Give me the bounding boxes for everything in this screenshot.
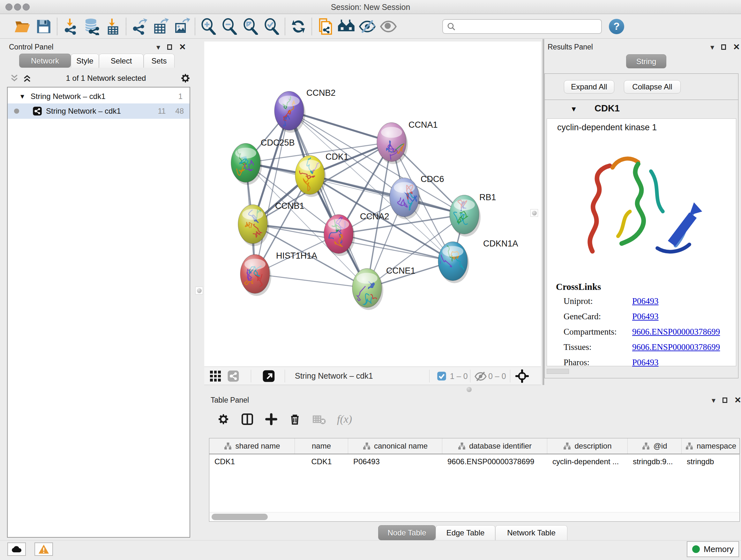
table-options-gear-icon[interactable] — [217, 413, 230, 426]
tab-network-table[interactable]: Network Table — [495, 525, 567, 540]
zoom-in-button[interactable] — [198, 17, 219, 37]
collection-expand-icon[interactable]: ▼ — [19, 93, 25, 100]
column-header[interactable]: @id — [628, 438, 682, 454]
crosslink-value-link[interactable]: 9606.ENSP00000378699 — [632, 342, 720, 352]
network-edge[interactable] — [289, 111, 367, 288]
crosshair-icon[interactable] — [515, 369, 529, 383]
refresh-view-button[interactable] — [288, 17, 309, 37]
tab-sets[interactable]: Sets — [144, 54, 175, 68]
crosslink-label: Compartments: — [563, 327, 632, 337]
thumbnail-grid-icon[interactable] — [210, 371, 221, 381]
tab-style[interactable]: Style — [71, 54, 99, 68]
splitter-handle[interactable] — [530, 209, 538, 217]
close-panel-icon[interactable]: ✕ — [179, 42, 186, 52]
save-session-button[interactable] — [33, 17, 54, 37]
first-neighbors-button[interactable] — [336, 17, 357, 37]
splitter-handle[interactable] — [195, 287, 203, 294]
tab-node-table[interactable]: Node Table — [378, 525, 435, 540]
export-table-button[interactable] — [150, 17, 171, 37]
export-image-button[interactable] — [171, 17, 192, 37]
main-toolbar: ? — [0, 14, 741, 39]
crosslink-value-link[interactable]: P06493 — [632, 312, 659, 321]
shared-column-icon — [642, 442, 650, 450]
table-cell[interactable]: cyclin-dependent ... — [547, 454, 628, 469]
save-floppy-icon — [36, 18, 52, 35]
tab-string[interactable]: String — [626, 54, 666, 68]
collapse-all-button[interactable]: Collapse All — [624, 80, 681, 94]
hide-selected-button[interactable] — [357, 17, 378, 37]
column-header[interactable]: description — [547, 438, 628, 454]
import-network-database-button[interactable] — [81, 17, 102, 37]
crosslink-value-link[interactable]: P06493 — [632, 296, 659, 306]
column-header[interactable]: namespace — [682, 438, 740, 454]
table-cell[interactable]: P06493 — [348, 454, 442, 469]
float-panel-icon[interactable]: ▾ — [711, 43, 714, 52]
close-panel-icon[interactable]: ✕ — [734, 395, 741, 405]
maximize-panel-icon[interactable] — [721, 44, 726, 50]
table-cell[interactable]: stringdb:9... — [628, 454, 682, 469]
float-panel-icon[interactable]: ▾ — [156, 43, 160, 52]
expand-all-button[interactable]: Expand All — [564, 80, 614, 94]
selected-checkbox-icon[interactable] — [437, 371, 447, 381]
horizontal-splitter-handle[interactable] — [467, 387, 472, 392]
export-network-button[interactable] — [129, 17, 150, 37]
warnings-status-button[interactable] — [35, 543, 53, 556]
maximize-panel-icon[interactable] — [167, 44, 172, 50]
memory-status-button[interactable]: Memory — [687, 541, 739, 557]
search-input[interactable] — [442, 19, 602, 34]
import-table-file-button[interactable] — [102, 17, 123, 37]
help-button[interactable]: ? — [609, 19, 624, 34]
zoom-selected-button[interactable] — [261, 17, 282, 37]
collection-count: 1 — [179, 92, 183, 101]
network-canvas[interactable]: CCNB2CCNA1CDC25BCDK1CDC6RB1CCNB1CCNA2CDK… — [204, 42, 541, 367]
crosslink-value-link[interactable]: 9606.ENSP00000378699 — [632, 327, 720, 337]
toolbar-separator — [57, 18, 57, 35]
node-label: RB1 — [479, 192, 496, 202]
column-header[interactable]: name — [295, 438, 348, 454]
results-scrollbar-thumb[interactable] — [547, 369, 569, 374]
tab-edge-table[interactable]: Edge Table — [435, 525, 495, 540]
gene-collapse-icon[interactable]: ▼ — [570, 105, 577, 113]
network-row-selected[interactable]: String Network – cdk1 11 48 — [8, 104, 190, 119]
show-columns-icon[interactable] — [241, 413, 254, 426]
network-collection-row[interactable]: ▼ String Network – cdk1 1 — [8, 89, 190, 104]
add-column-icon[interactable] — [265, 413, 278, 426]
table-cell[interactable]: CDK1 — [295, 454, 348, 469]
network-edge[interactable] — [255, 274, 367, 288]
node-label: CDKN1A — [483, 239, 518, 248]
tab-network[interactable]: Network — [19, 54, 71, 68]
column-header[interactable]: database identifier — [442, 438, 547, 454]
vertical-splitter[interactable] — [542, 39, 544, 385]
duplicate-network-icon — [317, 18, 333, 35]
tab-select[interactable]: Select — [99, 54, 144, 68]
zoom-fit-button[interactable] — [240, 17, 261, 37]
network-options-gear-icon[interactable] — [180, 73, 191, 84]
crosslinks-list: Uniprot:P06493GeneCard:P06493Compartment… — [563, 296, 730, 373]
column-header[interactable]: shared name — [209, 438, 295, 454]
zoom-selected-icon — [263, 18, 280, 35]
show-all-button[interactable] — [378, 17, 399, 37]
duplicate-network-button[interactable] — [315, 17, 336, 37]
import-network-file-button[interactable] — [60, 17, 81, 37]
close-panel-icon[interactable]: ✕ — [733, 42, 740, 52]
results-panel: Results Panel ▾ ✕ String Expand All Coll… — [544, 39, 741, 393]
expand-all-chevron-icon[interactable] — [22, 73, 32, 83]
open-session-button[interactable] — [12, 17, 33, 37]
network-view-icon[interactable] — [227, 370, 239, 382]
table-cell[interactable]: stringdb — [682, 454, 740, 469]
zoom-out-button[interactable] — [219, 17, 240, 37]
detach-view-icon[interactable] — [262, 370, 275, 382]
float-panel-icon[interactable]: ▾ — [712, 396, 716, 405]
table-cell[interactable]: 9606.ENSP00000378699 — [442, 454, 547, 469]
crosslink-value-link[interactable]: P06493 — [632, 358, 659, 368]
delete-column-icon[interactable] — [288, 413, 301, 426]
memory-label: Memory — [704, 544, 734, 554]
table-cell[interactable]: CDK1 — [209, 454, 295, 469]
maximize-panel-icon[interactable] — [723, 397, 727, 403]
scrollbar-thumb[interactable] — [212, 514, 268, 520]
automation-status-button[interactable] — [7, 543, 26, 556]
table-horizontal-scrollbar[interactable] — [210, 512, 739, 521]
control-panel-title: Control Panel — [9, 43, 53, 51]
column-header[interactable]: canonical name — [348, 438, 442, 454]
collapse-all-chevron-icon[interactable] — [10, 73, 19, 83]
